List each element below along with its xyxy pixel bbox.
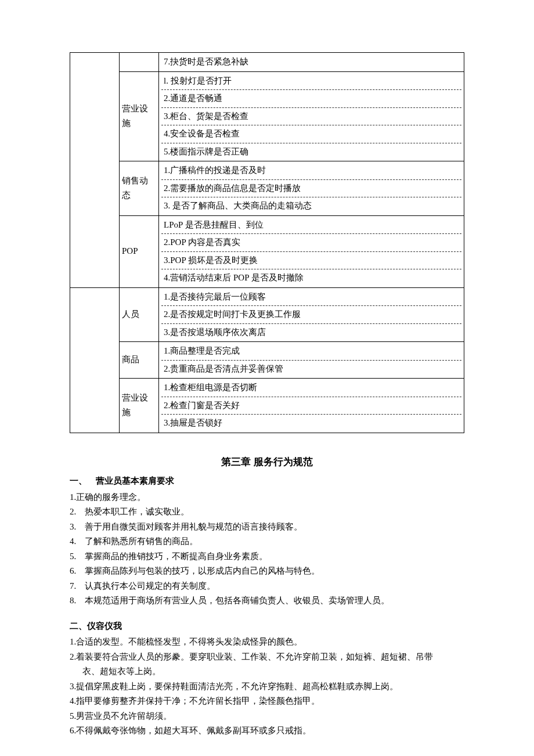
grp-label-0 bbox=[120, 53, 159, 72]
item: 3.是否按退场顺序依次离店 bbox=[161, 323, 461, 341]
grp-label-1: 营业设施 bbox=[120, 71, 159, 161]
item: l. 投射灯是否打开 bbox=[161, 73, 461, 90]
grp-label-2: 销售动态 bbox=[120, 161, 159, 216]
item: 7.抉货时是否紧急补缺 bbox=[161, 53, 461, 71]
item: 3.POP 损坏是否及时更换 bbox=[161, 251, 461, 269]
list-item: 5.男营业员不允许留胡须。 bbox=[70, 709, 464, 724]
section-1-title: 一、 营业员基本素肩要求 bbox=[70, 474, 464, 489]
item: 2.通道是否畅通 bbox=[161, 90, 461, 108]
item: 2.需要播放的商品信息是否定时播放 bbox=[161, 179, 461, 197]
checklist-table: 7.抉货时是否紧急补缺 营业设施 l. 投射灯是否打开 2.通道是否畅通 3.柜… bbox=[70, 52, 464, 433]
list-item: 1.合适的发型。不能梳怪发型，不得将头发染成怪异的颜色。 bbox=[70, 635, 464, 650]
list-item: 7. 认真执行本公司规定的有关制度。 bbox=[70, 579, 464, 594]
list-item: 8. 本规范适用于商场所有营业人员，包括各商铺负责人、收银员、卖场管理人员。 bbox=[70, 593, 464, 609]
grp-items-2: 1.广播稿件的投递是否及时 2.需要播放的商品信息是否定时播放 3. 是否了解商… bbox=[159, 161, 464, 216]
item: 1.广播稿件的投递是否及时 bbox=[161, 162, 461, 179]
item: 2.检查门窗是否关好 bbox=[161, 397, 461, 415]
item: 3.柜台、货架是否检查 bbox=[161, 107, 461, 125]
item: 1.商品整理是否完成 bbox=[161, 343, 461, 360]
item: LPoP 是否悬挂醒目、到位 bbox=[161, 217, 461, 234]
grp2-label-0: 人员 bbox=[120, 287, 159, 342]
section-2-list: 1.合适的发型。不能梳怪发型，不得将头发染成怪异的颜色。 2.着装要符合营业人员… bbox=[70, 635, 464, 739]
block2-left bbox=[70, 287, 120, 433]
section-2-title: 二、仪容仪我 bbox=[70, 619, 464, 634]
grp-items-3: LPoP 是否悬挂醒目、到位 2.POP 内容是否真实 3.POP 损坏是否及时… bbox=[159, 215, 464, 287]
grp2-items-0: 1.是否接待完最后一位顾客 2.是否按规定时间打卡及更换工作服 3.是否按退场顺… bbox=[159, 287, 464, 342]
grp-label-3: POP bbox=[120, 215, 159, 287]
grp2-label-2: 营业设施 bbox=[120, 379, 159, 433]
grp-items-0: 7.抉货时是否紧急补缺 bbox=[159, 53, 464, 72]
grp2-label-1: 商品 bbox=[120, 342, 159, 379]
list-item: 3.提倡穿黑皮鞋上岗，要保持鞋面清洁光亮，不允许穿拖鞋、超高松糕鞋或赤脚上岗。 bbox=[70, 679, 464, 694]
list-item: 6.不得佩戴夸张饰物，如超大耳环、佩戴多副耳环或多只戒指。 bbox=[70, 723, 464, 739]
list-item: 4. 了解和熟悉所有销售的商品。 bbox=[70, 534, 464, 549]
item: 2.贵重商品是否清点并妥善保管 bbox=[161, 360, 461, 377]
block1-left bbox=[70, 53, 120, 288]
list-item: 5. 掌握商品的推销技巧，不断提高自身业务素质。 bbox=[70, 549, 464, 564]
list-item: 3. 善于用自微笑面对顾客并用礼貌与规范的语言接待顾客。 bbox=[70, 520, 464, 535]
item: 1.是否接待完最后一位顾客 bbox=[161, 289, 461, 306]
item: 5.楼面指示牌是否正确 bbox=[161, 143, 461, 160]
grp2-items-2: 1.检查柜组电源是否切断 2.检查门窗是否关好 3.抽屉是否锁好 bbox=[159, 379, 464, 433]
list-item-cont: 衣、超短衣等上岗。 bbox=[70, 664, 464, 679]
chapter-title: 第三章 服务行为规范 bbox=[70, 454, 464, 471]
item: 4.营销活动结束后 POP 是否及时撤除 bbox=[161, 269, 461, 287]
item: 1.检查柜组电源是否切断 bbox=[161, 379, 461, 397]
item: 3. 是否了解商品、大类商品的走箱动态 bbox=[161, 197, 461, 215]
list-item: 1.正确的服务理念。 bbox=[70, 490, 464, 505]
item: 4.安全设备是否检查 bbox=[161, 125, 461, 143]
grp-items-1: l. 投射灯是否打开 2.通道是否畅通 3.柜台、货架是否检查 4.安全设备是否… bbox=[159, 71, 464, 161]
item: 2.是否按规定时间打卡及更换工作服 bbox=[161, 306, 461, 324]
grp2-items-1: 1.商品整理是否完成 2.贵重商品是否清点并妥善保管 bbox=[159, 342, 464, 379]
list-item: 2.着装要符合营业人员的形豢。要穿职业装、工作装、不允许穿前卫装，如短裤、超短裙… bbox=[70, 650, 464, 665]
item: 2.POP 内容是否真实 bbox=[161, 234, 461, 252]
section-1-list: 1.正确的服务理念。 2. 热爱本职工作，诚实敬业。 3. 善于用自微笑面对顾客… bbox=[70, 490, 464, 609]
list-item: 6. 掌握商品陈列与包装的技巧，以形成店内自己的风格与特色。 bbox=[70, 564, 464, 579]
item: 3.抽屉是否锁好 bbox=[161, 415, 461, 432]
list-item: 2. 热爱本职工作，诚实敬业。 bbox=[70, 505, 464, 520]
list-item: 4.指甲要修剪整齐并保持干净；不允许留长指甲，染怪颜色指甲。 bbox=[70, 694, 464, 709]
